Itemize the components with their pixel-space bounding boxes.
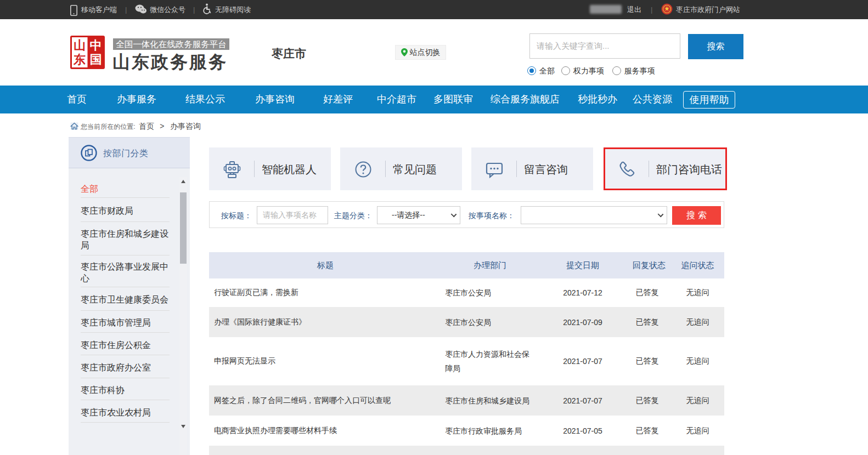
- svg-text:山: 山: [74, 38, 86, 52]
- svg-text:中: 中: [90, 38, 102, 52]
- svg-text:东: 东: [73, 53, 86, 66]
- svg-text:国: 国: [90, 53, 102, 66]
